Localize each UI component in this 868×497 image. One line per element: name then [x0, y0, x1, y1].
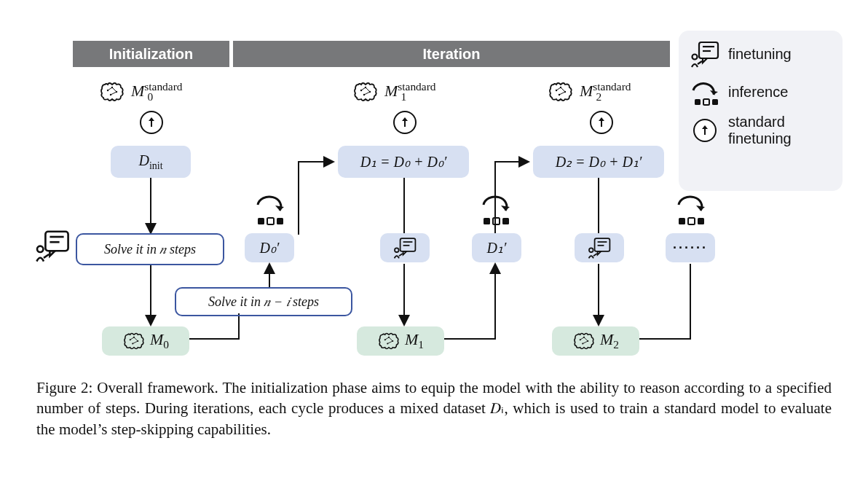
svg-marker-67 — [598, 251, 601, 255]
brain-icon — [122, 331, 146, 351]
svg-marker-61 — [403, 251, 407, 255]
svg-rect-53 — [502, 218, 509, 224]
svg-line-63 — [399, 254, 403, 256]
svg-line-75 — [44, 254, 49, 258]
svg-rect-56 — [688, 218, 695, 224]
svg-rect-48 — [267, 218, 274, 224]
svg-marker-50 — [501, 206, 510, 211]
dataset-d1-prime: D₁′ — [472, 233, 521, 262]
model-m0: M0 — [102, 326, 189, 356]
svg-point-68 — [589, 248, 593, 252]
svg-rect-49 — [277, 218, 283, 224]
prompt-solve-n-minus-i: Solve it in 𝑛 − 𝑖 steps — [175, 287, 352, 316]
inference-icon-3 — [673, 193, 708, 230]
inference-icon-2 — [478, 193, 513, 230]
svg-rect-51 — [484, 218, 490, 224]
svg-point-62 — [395, 248, 399, 252]
ellipsis-box: ······ — [666, 233, 715, 262]
brain-icon — [377, 331, 401, 351]
svg-line-87 — [385, 337, 389, 340]
prompt-solve-n: Solve it in 𝑛 steps — [76, 233, 224, 265]
svg-rect-57 — [698, 218, 704, 224]
model-m2: M2 — [552, 326, 639, 356]
chat-steer-icon — [587, 236, 612, 259]
svg-line-80 — [130, 337, 134, 340]
chat-steer-icon — [392, 236, 417, 259]
svg-line-88 — [389, 337, 392, 341]
inference-icon-1 — [252, 193, 287, 230]
svg-line-82 — [133, 341, 138, 344]
svg-marker-73 — [50, 251, 55, 256]
svg-rect-47 — [258, 218, 264, 224]
dataset-d0-prime: D₀′ — [245, 233, 294, 262]
svg-rect-52 — [493, 218, 500, 224]
diagram-canvas: Initialization Iteration finetuning — [0, 0, 868, 497]
finetune-box-2 — [575, 233, 624, 262]
svg-line-81 — [134, 337, 138, 341]
svg-line-94 — [580, 337, 584, 340]
svg-line-69 — [593, 254, 597, 256]
chat-steer-icon — [35, 228, 70, 263]
finetune-box-1 — [380, 233, 430, 262]
figure-caption: Figure 2: Overall framework. The initial… — [36, 377, 832, 439]
svg-line-95 — [584, 337, 588, 341]
svg-rect-55 — [679, 218, 685, 224]
model-m1: M1 — [357, 326, 444, 356]
svg-line-96 — [583, 341, 588, 344]
svg-marker-46 — [275, 206, 284, 211]
brain-icon — [572, 331, 596, 351]
svg-marker-54 — [696, 206, 705, 211]
svg-line-89 — [387, 341, 392, 344]
svg-point-74 — [37, 246, 43, 252]
finetuning-icon-left — [35, 228, 70, 266]
